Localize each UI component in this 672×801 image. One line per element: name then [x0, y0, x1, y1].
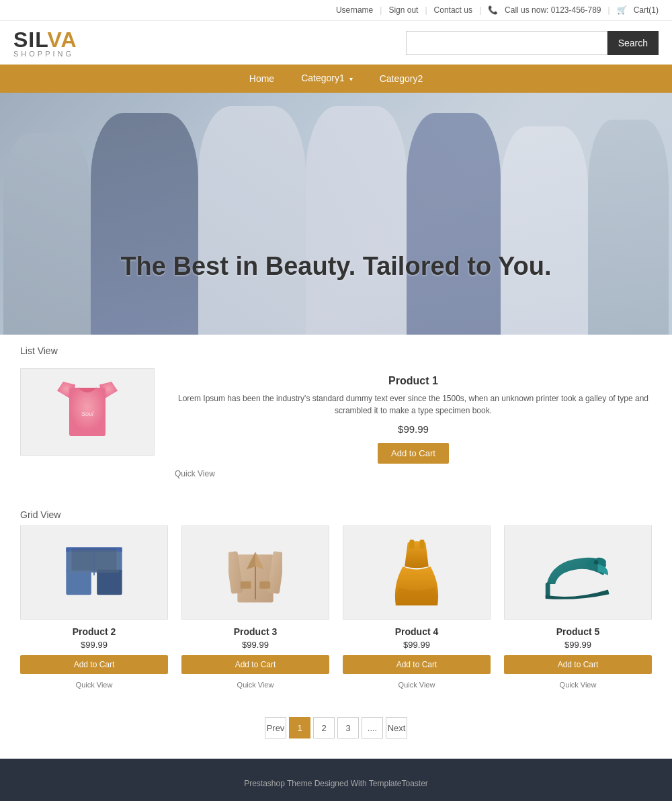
svg-rect-10 [72, 548, 117, 571]
product-3-quick-view[interactable]: Quick View [237, 681, 274, 689]
product-5-image [504, 525, 652, 620]
list-view-section: Soul Product 1 Lorem Ipsum has been the … [0, 362, 672, 499]
product-3-image [181, 525, 329, 620]
product-1-image: Soul [20, 368, 155, 456]
dress-icon [390, 536, 444, 609]
product-1-description: Lorem Ipsum has been the industry's stan… [175, 392, 652, 417]
product-4-quick-view[interactable]: Quick View [398, 681, 435, 689]
grid-item-product-5: Product 5 $99.99 Add to Cart Quick View [504, 525, 652, 690]
product-2-add-to-cart[interactable]: Add to Cart [20, 655, 168, 674]
pagination-prev[interactable]: Prev [265, 717, 286, 739]
footer: Prestashop Theme Designed With TemplateT… [0, 759, 672, 801]
product-4-price: $99.99 [343, 640, 491, 650]
product-5-quick-view[interactable]: Quick View [560, 681, 597, 689]
product-1-quick-view[interactable]: Quick View [175, 469, 215, 478]
section-label-grid: Grid View [0, 499, 672, 525]
phone-icon: 📞 [488, 5, 498, 15]
product-4-add-to-cart[interactable]: Add to Cart [343, 655, 491, 674]
search-input[interactable] [406, 31, 607, 55]
logo-sil: SIL [13, 28, 47, 52]
pagination-page-2[interactable]: 2 [313, 717, 335, 739]
product-2-title: Product 2 [20, 626, 168, 637]
top-bar: Username | Sign out | Contact us | 📞 Cal… [0, 0, 672, 21]
username-link[interactable]: Username [336, 5, 373, 15]
section-label-list: List View [0, 335, 672, 362]
pagination-page-3[interactable]: 3 [337, 717, 359, 739]
heels-icon [541, 542, 615, 603]
grid-container: Product 2 $99.99 Add to Cart Quick View [13, 525, 659, 690]
hero-background [0, 93, 672, 335]
signout-link[interactable]: Sign out [388, 5, 418, 15]
svg-rect-19 [409, 540, 414, 548]
phone-number: Call us now: 0123-456-789 [505, 5, 601, 15]
product-4-image [343, 525, 491, 620]
product-2-quick-view[interactable]: Quick View [76, 681, 113, 689]
pagination: Prev 1 2 3 .... Next [0, 704, 672, 759]
product-3-add-to-cart[interactable]: Add to Cart [181, 655, 329, 674]
product-3-price: $99.99 [181, 640, 329, 650]
hero-tagline: The Best in Beauty. Tailored to You. [0, 252, 672, 281]
nav-category1[interactable]: Category1 ▾ [288, 64, 366, 93]
product-2-image [20, 525, 168, 620]
product-1-title: Product 1 [175, 375, 652, 387]
svg-text:Soul: Soul [81, 411, 94, 417]
nav-home[interactable]: Home [236, 65, 288, 93]
product-1-price: $99.99 [175, 423, 652, 435]
product-5-price: $99.99 [504, 640, 652, 650]
product-5-title: Product 5 [504, 626, 652, 637]
contact-link[interactable]: Contact us [434, 5, 472, 15]
product-1-info: Product 1 Lorem Ipsum has been the indus… [175, 368, 652, 478]
logo[interactable]: SILVA SHOPPING [13, 28, 77, 58]
product-5-add-to-cart[interactable]: Add to Cart [504, 655, 652, 674]
hero-banner: The Best in Beauty. Tailored to You. [0, 93, 672, 335]
grid-item-product-4: Product 4 $99.99 Add to Cart Quick View [343, 525, 491, 690]
cart-icon: 🛒 [617, 5, 627, 15]
svg-rect-7 [66, 570, 91, 595]
nav-category2[interactable]: Category2 [366, 65, 437, 93]
header: SILVA SHOPPING Search [0, 21, 672, 65]
product-2-price: $99.99 [20, 640, 168, 650]
svg-rect-17 [241, 581, 251, 589]
svg-rect-8 [97, 570, 122, 595]
main-nav: Home Category1 ▾ Category2 [0, 65, 672, 93]
svg-rect-18 [259, 581, 270, 589]
product-1-add-to-cart[interactable]: Add to Cart [378, 443, 449, 464]
product-4-title: Product 4 [343, 626, 491, 637]
pagination-page-1[interactable]: 1 [289, 717, 310, 739]
logo-subtitle: SHOPPING [13, 50, 77, 58]
list-item: Soul Product 1 Lorem Ipsum has been the … [20, 362, 652, 485]
product-3-title: Product 3 [181, 626, 329, 637]
grid-item-product-3: Product 3 $99.99 Add to Cart Quick View [181, 525, 329, 690]
search-button[interactable]: Search [607, 31, 659, 55]
svg-point-24 [594, 560, 599, 564]
cart-link[interactable]: Cart(1) [634, 5, 659, 15]
tshirt-icon: Soul [57, 378, 118, 446]
svg-rect-20 [419, 540, 424, 548]
shorts-icon [60, 546, 128, 599]
pagination-next[interactable]: Next [386, 717, 407, 739]
footer-text: Prestashop Theme Designed With TemplateT… [244, 779, 428, 788]
pagination-ellipsis: .... [362, 717, 383, 739]
jacket-icon [228, 539, 282, 606]
chevron-down-icon: ▾ [349, 75, 353, 83]
logo-va: VA [47, 28, 77, 52]
grid-view-section: Product 2 $99.99 Add to Cart Quick View [0, 525, 672, 704]
grid-item-product-2: Product 2 $99.99 Add to Cart Quick View [20, 525, 168, 690]
search-bar: Search [406, 31, 659, 55]
